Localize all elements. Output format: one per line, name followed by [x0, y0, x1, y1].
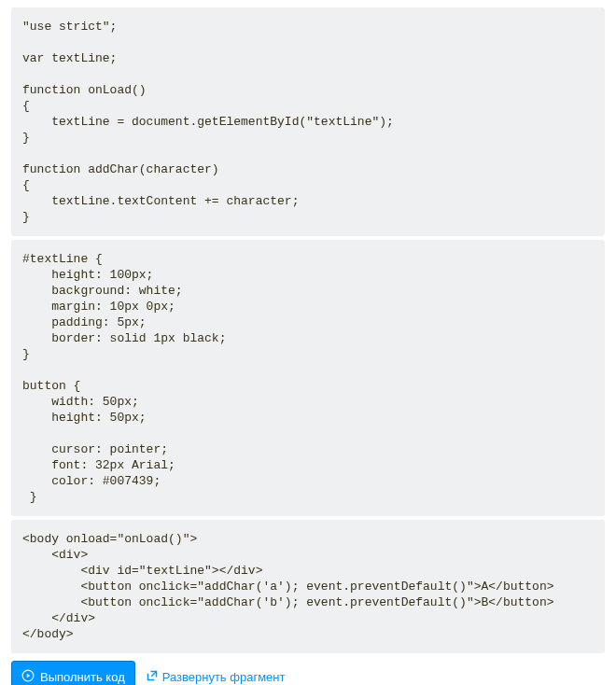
run-code-label: Выполнить код	[40, 671, 125, 683]
code-block-css[interactable]: #textLine { height: 100px; background: w…	[11, 240, 605, 516]
play-icon	[21, 669, 35, 684]
expand-snippet-link[interactable]: Развернуть фрагмент	[147, 670, 286, 684]
code-block-html[interactable]: <body onload="onLoad()"> <div> <div id="…	[11, 520, 605, 653]
expand-icon	[147, 670, 158, 684]
expand-snippet-label: Развернуть фрагмент	[162, 670, 286, 684]
snippet-controls: Выполнить код Развернуть фрагмент	[11, 661, 605, 685]
run-code-button[interactable]: Выполнить код	[11, 661, 135, 685]
code-block-js[interactable]: "use strict"; var textLine; function onL…	[11, 7, 605, 236]
snippet-container: "use strict"; var textLine; function onL…	[0, 0, 616, 685]
